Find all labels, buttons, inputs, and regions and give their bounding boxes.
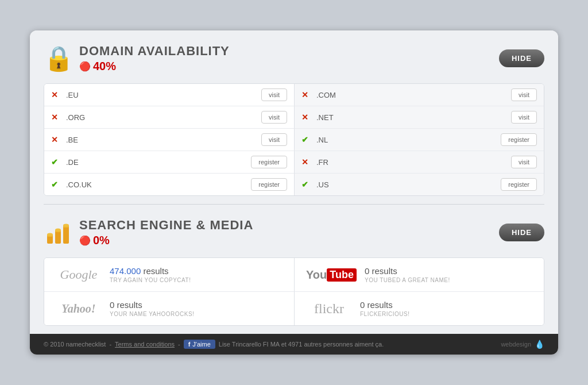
yahoo-info: 0 results YOUR NAME YAHOOROCKS!: [110, 300, 194, 317]
status-available-icon: ✔: [301, 180, 314, 189]
table-row: ✕ .ORG visit: [44, 106, 294, 129]
facebook-like-button[interactable]: f J'aime: [184, 340, 215, 349]
table-row: ✕ .FR visit: [294, 151, 544, 174]
media-title: SEARCH ENGINE & MEDIA: [79, 218, 499, 233]
domain-ext: .COM: [314, 91, 511, 99]
footer-sep1: -: [109, 341, 111, 348]
table-row: ✕ .COM visit: [294, 84, 544, 106]
youtube-wordmark: YouTube: [306, 268, 357, 282]
flickr-wordmark: flickr: [314, 301, 344, 317]
svg-point-2: [47, 233, 53, 236]
status-taken-icon: ✕: [51, 90, 64, 99]
yahoo-wordmark: Yahoo!: [61, 302, 95, 315]
domain-ext: .NL: [314, 136, 501, 144]
domain-title: DOMAIN AVAILABILITY: [79, 44, 499, 59]
domain-grid: ✕ .EU visit ✕ .COM visit ✕ .ORG visit ✕ …: [44, 83, 544, 196]
flickr-logo: flickr: [306, 301, 352, 317]
list-item: YouTube 0 results YOU TUBED A GREAT NAME…: [294, 258, 544, 292]
domain-ext: .BE: [64, 136, 261, 144]
google-results: 474.000 results: [110, 266, 191, 276]
domain-hide-button[interactable]: HIDE: [499, 49, 544, 67]
footer-sep2: -: [178, 341, 180, 348]
table-row: ✕ .EU visit: [44, 84, 294, 106]
flickr-results: 0 results: [360, 300, 409, 310]
table-row: ✔ .US register: [294, 174, 544, 195]
list-item: flickr 0 results FLICKERICIOUS!: [294, 292, 544, 325]
table-row: ✕ .BE visit: [44, 129, 294, 151]
register-button[interactable]: register: [501, 133, 537, 146]
table-row: ✔ .CO.UK register: [44, 174, 294, 195]
domain-ext: .EU: [64, 91, 261, 99]
visit-button[interactable]: visit: [511, 111, 537, 124]
status-available-icon: ✔: [51, 180, 64, 189]
media-pie-icon: 🔴: [79, 235, 91, 246]
domain-ext: .ORG: [64, 113, 261, 122]
terms-link[interactable]: Terms and conditions: [115, 341, 175, 348]
media-section: SEARCH ENGINE & MEDIA 🔴 0% HIDE Google 4…: [30, 205, 558, 334]
fb-like-label: J'aime: [192, 341, 210, 348]
domain-ext: .DE: [64, 158, 251, 167]
media-icon: [44, 215, 74, 249]
media-hide-button[interactable]: HIDE: [499, 224, 544, 241]
copyright-text: © 2010 namechecklist: [44, 341, 106, 348]
status-taken-icon: ✕: [301, 113, 314, 122]
register-button[interactable]: register: [251, 156, 287, 168]
domain-ext: .FR: [314, 158, 511, 167]
page-footer: © 2010 namechecklist - Terms and conditi…: [30, 334, 558, 355]
flickr-sub: FLICKERICIOUS!: [360, 311, 409, 317]
domain-percent: 🔴 40%: [79, 60, 499, 73]
status-available-icon: ✔: [301, 135, 314, 144]
domain-title-area: DOMAIN AVAILABILITY 🔴 40%: [74, 44, 499, 73]
domain-section: 🔒 DOMAIN AVAILABILITY 🔴 40% HIDE ✕ .EU v…: [30, 30, 558, 204]
table-row: ✔ .NL register: [294, 129, 544, 151]
status-available-icon: ✔: [51, 157, 64, 167]
visit-button[interactable]: visit: [261, 88, 287, 101]
visit-button[interactable]: visit: [511, 88, 537, 101]
table-row: ✔ .DE register: [44, 151, 294, 174]
domain-pie-icon: 🔴: [79, 61, 91, 72]
visit-button[interactable]: visit: [261, 111, 287, 124]
lock-icon: 🔒: [44, 44, 74, 72]
domain-icon: 🔒: [44, 41, 74, 75]
register-button[interactable]: register: [251, 178, 287, 191]
svg-rect-6: [63, 225, 69, 244]
media-percent: 🔴 0%: [79, 234, 499, 247]
youtube-results: 0 results: [365, 266, 450, 276]
youtube-logo: YouTube: [306, 268, 357, 282]
youtube-count: 0: [365, 266, 369, 276]
register-button[interactable]: register: [501, 178, 537, 191]
domain-header: 🔒 DOMAIN AVAILABILITY 🔴 40% HIDE: [44, 41, 544, 75]
domain-ext: .US: [314, 180, 501, 189]
media-percent-value: 0%: [93, 234, 110, 247]
status-taken-icon: ✕: [301, 90, 314, 99]
status-taken-icon: ✕: [51, 135, 64, 144]
yahoo-sub: YOUR NAME YAHOOROCKS!: [110, 311, 194, 317]
svg-point-8: [63, 224, 69, 227]
yahoo-logo: Yahoo!: [56, 302, 102, 315]
visit-button[interactable]: visit: [511, 156, 537, 168]
google-count: 474.000: [110, 266, 141, 276]
list-item: Yahoo! 0 results YOUR NAME YAHOOROCKS!: [44, 292, 294, 325]
list-item: Google 474.000 results TRY AGAIN YOU COP…: [44, 258, 294, 292]
status-taken-icon: ✕: [51, 113, 64, 122]
svg-point-5: [55, 229, 61, 232]
main-container: 🔒 DOMAIN AVAILABILITY 🔴 40% HIDE ✕ .EU v…: [30, 30, 558, 355]
google-logo: Google: [56, 267, 102, 282]
flickr-count: 0: [360, 300, 365, 310]
fb-friends-text: Lise Trincarello FI MA et 4971 autres pe…: [219, 341, 384, 348]
youtube-info: 0 results YOU TUBED A GREAT NAME!: [365, 266, 450, 283]
yahoo-results: 0 results: [110, 300, 194, 310]
visit-button[interactable]: visit: [261, 133, 287, 146]
google-sub: TRY AGAIN YOU COPYCAT!: [110, 277, 191, 283]
domain-percent-value: 40%: [93, 60, 116, 73]
media-grid: Google 474.000 results TRY AGAIN YOU COP…: [44, 257, 544, 326]
table-row: ✕ .NET visit: [294, 106, 544, 129]
facebook-icon: f: [188, 341, 191, 348]
media-header: SEARCH ENGINE & MEDIA 🔴 0% HIDE: [44, 215, 544, 249]
domain-ext: .NET: [314, 113, 511, 122]
status-taken-icon: ✕: [301, 157, 314, 167]
yahoo-count: 0: [110, 300, 114, 310]
media-title-area: SEARCH ENGINE & MEDIA 🔴 0%: [74, 218, 499, 247]
domain-ext: .CO.UK: [64, 180, 251, 189]
google-wordmark: Google: [60, 267, 98, 282]
